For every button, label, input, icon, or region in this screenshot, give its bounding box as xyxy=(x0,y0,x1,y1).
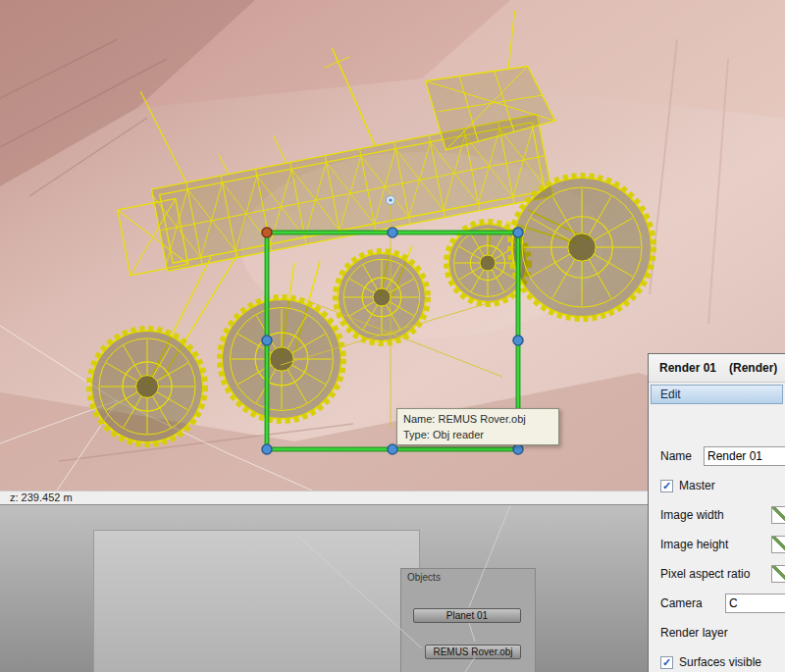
name-input[interactable] xyxy=(704,446,785,466)
master-label: Master xyxy=(679,479,715,492)
render-settings-panel: Render 01(Render) Edit Name ✓ Master Ima… xyxy=(648,353,785,672)
render-window-title[interactable]: Render 01(Render) xyxy=(649,354,785,383)
checkmark-icon: ✓ xyxy=(662,480,671,491)
field-row-pixel-aspect: Pixel aspect ratio xyxy=(649,559,785,589)
field-row-image-width: Image width xyxy=(649,500,785,530)
selection-handle[interactable] xyxy=(388,228,397,237)
planet-node[interactable]: Planet 01 xyxy=(413,608,521,623)
field-row-master: ✓ Master xyxy=(649,471,785,500)
node-group-panel[interactable] xyxy=(93,530,420,672)
tab-edit[interactable]: Edit xyxy=(651,385,783,404)
field-row-surfaces-visible: ✓ Surfaces visible xyxy=(649,647,785,672)
app-root: { "icons": { "checkmark": "✓" }, "colors… xyxy=(0,0,785,672)
field-row-name: Name xyxy=(649,441,785,471)
pixel-aspect-label: Pixel aspect ratio xyxy=(660,567,750,581)
field-row-render-layer: Render layer xyxy=(649,618,785,647)
objects-group-label: Objects xyxy=(407,572,441,583)
selection-handle[interactable] xyxy=(513,444,523,454)
tooltip-name-line: Name: REMUS Rover.obj xyxy=(403,411,552,427)
surfaces-visible-label: Surfaces visible xyxy=(679,655,761,669)
object-tooltip: Name: REMUS Rover.obj Type: Obj reader xyxy=(396,408,559,445)
master-checkbox[interactable]: ✓ xyxy=(660,480,673,492)
image-height-label: Image height xyxy=(660,538,728,551)
selection-handle[interactable] xyxy=(513,336,523,345)
selection-handle[interactable] xyxy=(262,444,272,454)
checkmark-icon: ✓ xyxy=(662,656,671,668)
render-layer-label: Render layer xyxy=(660,626,728,640)
surfaces-visible-checkbox[interactable]: ✓ xyxy=(660,656,673,669)
selection-handle[interactable] xyxy=(513,228,523,237)
selection-handle[interactable] xyxy=(388,444,397,454)
window-title-suffix: (Render) xyxy=(729,361,777,375)
field-row-image-height: Image height xyxy=(649,530,785,559)
selection-handle[interactable] xyxy=(262,228,272,237)
tooltip-type-line: Type: Obj reader xyxy=(403,427,552,442)
animation-curve-icon[interactable] xyxy=(771,506,785,524)
image-width-label: Image width xyxy=(660,508,724,522)
window-title-text: Render 01 xyxy=(659,361,716,375)
animation-curve-icon[interactable] xyxy=(771,565,785,583)
selection-handle[interactable] xyxy=(262,336,272,345)
objects-node-group[interactable]: Objects Planet 01 REMUS Rover.obj xyxy=(400,568,536,672)
camera-input[interactable] xyxy=(725,594,785,613)
rover-node[interactable]: REMUS Rover.obj xyxy=(425,645,521,659)
z-coordinate-readout: z: 239.452 m xyxy=(10,491,73,503)
render-panel-body: Name ✓ Master Image width Image height P… xyxy=(649,404,785,672)
origin-locator-icon xyxy=(387,196,395,205)
name-field-label: Name xyxy=(660,449,692,463)
camera-label: Camera xyxy=(660,596,703,610)
animation-curve-icon[interactable] xyxy=(771,536,785,553)
field-row-camera: Camera xyxy=(649,589,785,618)
